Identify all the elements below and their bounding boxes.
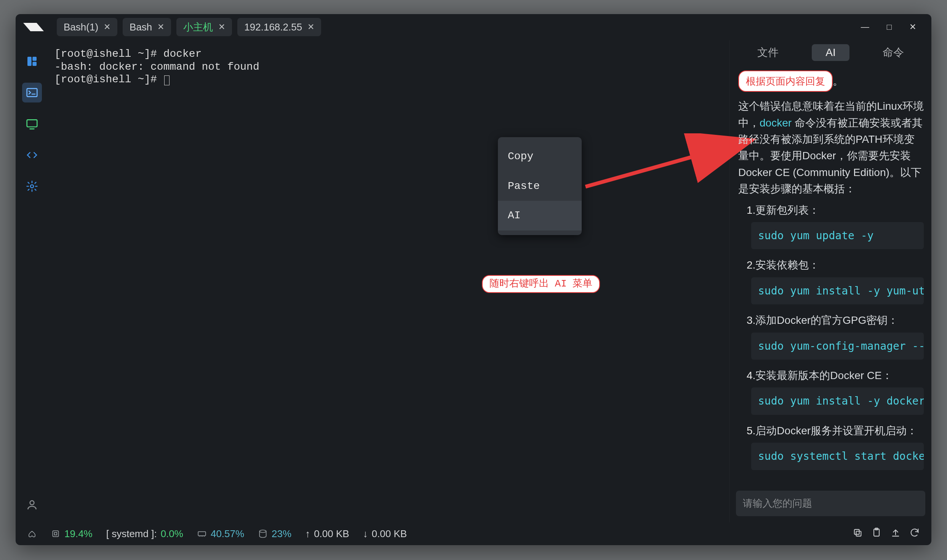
cursor	[164, 75, 170, 85]
terminal[interactable]: [root@ishell ~]# docker -bash: docker: c…	[48, 40, 729, 522]
ai-paragraph: 这个错误信息意味着在当前的Linux环境中，docker 命令没有被正确安装或者…	[738, 98, 924, 197]
download-stat: ↓ 0.00 KB	[363, 528, 407, 540]
cpu-stat: 19.4%	[51, 528, 93, 540]
close-icon[interactable]: ✕	[104, 22, 110, 32]
top-line: 根据页面内容回复。	[738, 70, 924, 98]
memory-icon	[197, 529, 207, 539]
maximize-button[interactable]: □	[887, 22, 892, 32]
close-icon[interactable]: ✕	[157, 22, 164, 32]
disk-icon	[258, 529, 268, 539]
clipboard-icon[interactable]	[871, 527, 882, 541]
tab-label: Bash(1)	[64, 21, 98, 33]
close-icon[interactable]: ✕	[218, 22, 225, 32]
code-block[interactable]: sudo yum install -y yum-utils devi	[751, 277, 924, 304]
tab-label: 192.168.2.55	[244, 21, 302, 33]
status-actions	[852, 527, 920, 541]
svg-rect-14	[856, 531, 861, 536]
logo-icon	[23, 23, 44, 31]
close-button[interactable]: ✕	[909, 22, 916, 32]
body-layout: [root@ishell ~]# docker -bash: docker: c…	[16, 40, 931, 522]
upload-icon[interactable]	[890, 527, 901, 541]
svg-rect-4	[27, 120, 37, 127]
close-icon[interactable]: ✕	[307, 22, 314, 32]
arrow-down-icon: ↓	[363, 528, 368, 540]
app-window: Bash(1) ✕ Bash ✕ 小主机 ✕ 192.168.2.55 ✕ — …	[16, 14, 931, 545]
code-block[interactable]: sudo yum install -y docker-ce doc	[751, 387, 924, 414]
right-tab-ai[interactable]: AI	[812, 44, 849, 61]
refresh-icon[interactable]	[909, 527, 920, 541]
mem-stat: 40.57%	[197, 528, 244, 540]
app-logo	[23, 22, 44, 32]
step-1: 1.更新包列表：	[747, 202, 924, 218]
desktop-icon	[26, 118, 38, 130]
user-icon	[26, 499, 38, 511]
callout-right-click: 随时右键呼出 AI 菜单	[482, 275, 600, 293]
sidebar	[16, 40, 48, 522]
svg-rect-11	[198, 532, 206, 536]
svg-rect-9	[53, 531, 58, 536]
callout-reply: 根据页面内容回复	[738, 70, 833, 92]
menu-ai[interactable]: AI	[498, 201, 582, 230]
copy-icon[interactable]	[852, 527, 863, 541]
sidebar-item-layout[interactable]	[22, 51, 42, 71]
code-icon	[26, 149, 38, 161]
keyword: docker	[760, 117, 792, 129]
tab-label: 小主机	[183, 21, 213, 34]
svg-rect-0	[27, 57, 32, 66]
step-3: 3.添加Docker的官方GPG密钥：	[747, 312, 924, 328]
tab-label: Bash	[130, 21, 152, 33]
minimize-button[interactable]: —	[861, 22, 869, 32]
svg-point-5	[30, 185, 34, 188]
rocket-icon[interactable]	[27, 529, 37, 539]
tab-bash[interactable]: Bash ✕	[123, 18, 171, 36]
upload-stat: ↑ 0.00 KB	[305, 528, 349, 540]
right-tab-cmd[interactable]: 命令	[869, 43, 918, 62]
tab-bash1[interactable]: Bash(1) ✕	[57, 18, 117, 36]
ai-input[interactable]: 请输入您的问题	[736, 491, 925, 516]
svg-rect-10	[54, 533, 57, 535]
svg-rect-1	[32, 57, 37, 61]
tab-host[interactable]: 小主机 ✕	[176, 18, 232, 36]
menu-paste[interactable]: Paste	[498, 171, 582, 201]
disk-stat: 23%	[258, 528, 291, 540]
terminal-icon	[26, 86, 38, 99]
context-menu: Copy Paste AI	[498, 137, 582, 235]
window-controls: — □ ✕	[861, 22, 924, 32]
right-panel: 文件 AI 命令 根据页面内容回复。 这个错误信息意味着在当前的Linux环境中…	[729, 40, 931, 522]
svg-line-8	[585, 141, 749, 187]
terminal-line: [root@ishell ~]# docker	[54, 48, 723, 61]
tab-ip[interactable]: 192.168.2.55 ✕	[237, 18, 321, 36]
right-tabs: 文件 AI 命令	[730, 40, 931, 65]
menu-copy[interactable]: Copy	[498, 142, 582, 171]
sidebar-item-desktop[interactable]	[22, 114, 42, 134]
ai-content: 根据页面内容回复。 这个错误信息意味着在当前的Linux环境中，docker 命…	[730, 65, 931, 487]
code-block[interactable]: sudo systemctl start docker	[751, 443, 924, 470]
svg-point-12	[259, 530, 266, 533]
svg-rect-2	[32, 62, 37, 66]
right-tab-file[interactable]: 文件	[744, 43, 792, 62]
layout-icon	[26, 55, 38, 67]
gear-icon	[26, 180, 38, 192]
code-block[interactable]: sudo yum update -y	[751, 222, 924, 249]
sidebar-item-terminal[interactable]	[22, 83, 42, 102]
svg-rect-3	[27, 88, 37, 96]
sidebar-item-settings[interactable]	[22, 176, 42, 196]
terminal-line: -bash: docker: command not found	[54, 61, 723, 74]
code-block[interactable]: sudo yum-config-manager --add-	[751, 333, 924, 360]
step-4: 4.安装最新版本的Docker CE：	[747, 367, 924, 384]
svg-rect-13	[854, 529, 859, 534]
step-5: 5.启动Docker服务并设置开机启动：	[747, 422, 924, 439]
terminal-line: [root@ishell ~]#	[54, 73, 723, 86]
step-2: 2.安装依赖包：	[747, 257, 924, 273]
proc-stat: [ systemd ]: 0.0%	[106, 528, 183, 540]
sidebar-item-code[interactable]	[22, 145, 42, 165]
chip-icon	[51, 529, 61, 539]
arrow-up-icon: ↑	[305, 528, 310, 540]
sidebar-item-user[interactable]	[22, 495, 42, 515]
svg-point-6	[30, 501, 34, 505]
titlebar: Bash(1) ✕ Bash ✕ 小主机 ✕ 192.168.2.55 ✕ — …	[16, 14, 931, 40]
statusbar: 19.4% [ systemd ]: 0.0% 40.57% 23% ↑ 0.0…	[16, 522, 931, 545]
